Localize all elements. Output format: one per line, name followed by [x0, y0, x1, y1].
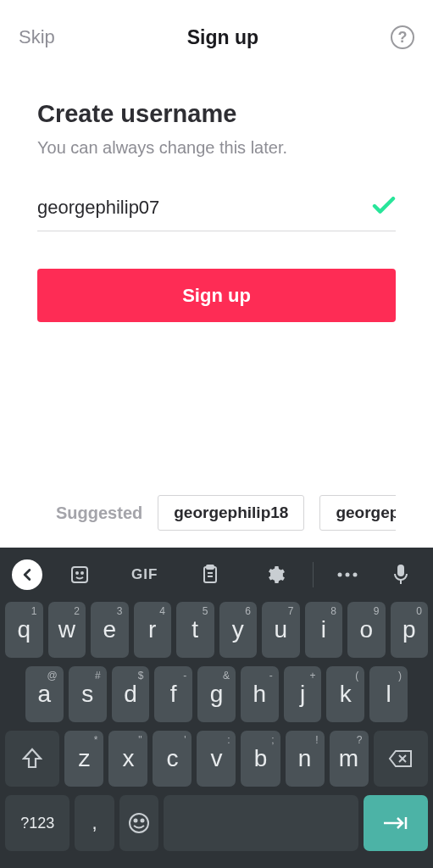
- more-icon[interactable]: [322, 571, 373, 578]
- signup-button[interactable]: Sign up: [37, 269, 396, 322]
- key-l[interactable]: l): [369, 666, 408, 722]
- key-emoji[interactable]: [119, 795, 158, 851]
- suggestion-chip[interactable]: georgephilip18: [158, 495, 304, 531]
- check-icon: [372, 197, 396, 219]
- key-v[interactable]: v:: [197, 731, 236, 787]
- key-i[interactable]: i8: [305, 602, 343, 658]
- key-numbers[interactable]: ?123: [5, 795, 69, 851]
- sticker-icon[interactable]: [51, 565, 108, 585]
- divider: [313, 562, 314, 587]
- key-r[interactable]: r4: [134, 602, 172, 658]
- key-backspace[interactable]: [374, 731, 428, 787]
- key-p[interactable]: p0: [391, 602, 429, 658]
- key-w[interactable]: w2: [48, 602, 86, 658]
- help-icon[interactable]: ?: [391, 25, 414, 49]
- keyboard: GIF q1w2e3r4t5y6u7i8o9p0 a@s#d$f-g&h-j+k…: [0, 548, 433, 868]
- key-u[interactable]: u7: [262, 602, 300, 658]
- key-y[interactable]: y6: [219, 602, 258, 658]
- mic-icon[interactable]: [381, 564, 421, 586]
- svg-point-16: [142, 820, 144, 822]
- key-b[interactable]: b;: [241, 731, 280, 787]
- clipboard-icon[interactable]: [181, 565, 238, 585]
- svg-point-1: [76, 572, 78, 574]
- key-n[interactable]: n!: [286, 731, 325, 787]
- svg-point-15: [135, 820, 137, 822]
- key-m[interactable]: m?: [330, 731, 369, 787]
- key-o[interactable]: o9: [347, 602, 386, 658]
- key-k[interactable]: k(: [326, 666, 364, 722]
- page-title: Sign up: [187, 26, 258, 49]
- key-t[interactable]: t5: [176, 602, 214, 658]
- key-f[interactable]: f-: [154, 666, 192, 722]
- svg-point-9: [353, 573, 357, 577]
- key-comma[interactable]: ,: [75, 795, 114, 851]
- key-a[interactable]: a@: [25, 666, 64, 722]
- key-g[interactable]: g&: [197, 666, 236, 722]
- svg-rect-0: [72, 567, 87, 582]
- username-input-row: [37, 197, 396, 231]
- gear-icon[interactable]: [247, 565, 303, 585]
- key-enter[interactable]: [364, 795, 428, 851]
- suggested-label: Suggested: [56, 504, 142, 523]
- key-z[interactable]: z*: [64, 731, 103, 787]
- key-space[interactable]: [164, 795, 358, 851]
- username-input[interactable]: [37, 197, 372, 219]
- key-j[interactable]: j+: [284, 666, 322, 722]
- svg-point-7: [337, 573, 341, 577]
- key-d[interactable]: d$: [112, 666, 150, 722]
- svg-rect-10: [397, 565, 404, 576]
- keyboard-back-button[interactable]: [12, 559, 42, 590]
- key-q[interactable]: q1: [5, 602, 43, 658]
- key-shift[interactable]: [5, 731, 59, 787]
- key-e[interactable]: e3: [91, 602, 129, 658]
- svg-point-2: [81, 572, 83, 574]
- suggestion-chip[interactable]: georgephilip28: [319, 495, 396, 531]
- suggested-row: Suggested georgephilip18 georgephilip28: [37, 495, 396, 548]
- svg-point-8: [345, 573, 349, 577]
- gif-button[interactable]: GIF: [116, 566, 173, 583]
- key-s[interactable]: s#: [69, 666, 107, 722]
- heading: Create username: [37, 100, 396, 128]
- subheading: You can always change this later.: [37, 138, 396, 158]
- key-h[interactable]: h-: [241, 666, 279, 722]
- svg-point-14: [130, 814, 148, 832]
- key-x[interactable]: x": [108, 731, 147, 787]
- key-c[interactable]: c': [153, 731, 192, 787]
- skip-button[interactable]: Skip: [19, 26, 55, 48]
